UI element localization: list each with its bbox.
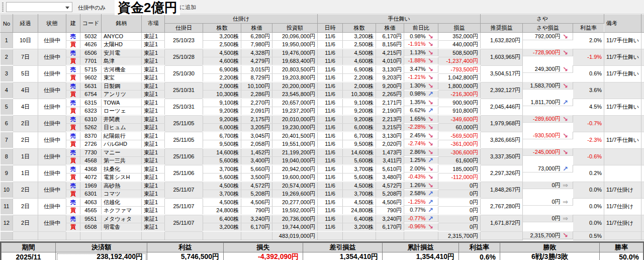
value: 249,300円: [535, 65, 561, 73]
cell-rate: 0.0%: [573, 182, 604, 198]
cell-side: 売: [66, 215, 80, 223]
cell-change: -1.88%↘: [404, 57, 438, 65]
cell-reco: [481, 231, 523, 240]
cell-exit-price: 3,130円: [376, 65, 404, 74]
summary-settled[interactable]: 238,192,400円: [56, 252, 147, 260]
table-row[interactable]: 54日仕掛中売6315TOWA東証125/10/319,100株2,270円20…: [1, 99, 644, 107]
header-side: 建: [66, 15, 80, 33]
cell-reco: 3,826,665円: [481, 132, 523, 148]
cell-no: 12: [1, 215, 13, 231]
cell-change: 1.30%↘: [404, 82, 438, 90]
cell-price: 7,980円: [241, 41, 272, 49]
value: -930,500円: [533, 132, 560, 139]
down-arrow-icon: ↘: [561, 82, 571, 90]
summary-table: 期間 決済額 利益 損失 差引損益 累計損益 利益率 勝敗 勝率 2025/11…: [1, 242, 643, 260]
table-row[interactable]: 44日仕掛中売5631日製鋼東証125/10/312,000株10,100円20…: [1, 82, 644, 91]
table-row[interactable]: 買6301コマツ東証13,700株5,208円19,269,600円11/63,…: [1, 190, 644, 199]
cell-market: 東証1: [142, 140, 165, 149]
cell-code: 6315: [80, 99, 102, 107]
cell-exit-qty: 3,200株: [343, 33, 376, 41]
value: 0円: [551, 198, 560, 206]
cell-entry-date: 25/10/31: [165, 99, 203, 115]
header-remark: 備考: [604, 15, 641, 33]
cell-status: 仕掛中: [38, 82, 66, 99]
cell-stub: [641, 182, 644, 198]
cell-pl: 1,800,000円: [438, 82, 481, 91]
table-row[interactable]: 買9602東宝東証12,200株8,729円19,203,800円11/62,2…: [1, 74, 644, 82]
down-arrow-icon: ↘: [426, 33, 436, 40]
cell-code: 4063: [80, 198, 102, 207]
cell-no: 4: [1, 82, 13, 99]
table-row[interactable]: 買6754アンリツ東証110,300株2,286円23,545,800円11/6…: [1, 91, 644, 99]
table-row[interactable]: 買4072電算シスH東証15,600株3,500円19,600,000円11/6…: [1, 174, 644, 182]
table-row[interactable]: 買2726パルGHD東証19,500株2,058円19,551,000円11/6…: [1, 140, 644, 149]
down-arrow-icon: ↘: [426, 223, 436, 230]
cell-amount: 20,200,000円: [272, 82, 318, 91]
cell-status: 仕掛中: [38, 215, 66, 231]
cell-status: 仕掛中: [38, 148, 66, 165]
cell-exit-price: 1,473円: [376, 148, 404, 157]
cell-side: 売: [66, 65, 80, 74]
value: 73,000円: [538, 165, 561, 172]
table-row[interactable]: 91日仕掛中売4368扶桑化東証125/11/063,700株5,660円20,…: [1, 165, 644, 174]
table-row[interactable]: 72日仕掛中売8370紀陽銀行東証125/11/056,700株3,045円20…: [1, 132, 644, 140]
cell-qty: 6,900株: [203, 65, 241, 74]
table-row[interactable]: 買4568第一三共東証15,600株3,400円19,040,000円11/65…: [1, 157, 644, 165]
cell-side: 売: [66, 82, 80, 91]
cell-market: 東証1: [142, 65, 165, 74]
cell-amount: 20,277,000円: [272, 198, 318, 207]
cell-rate: 2.0%: [573, 33, 604, 49]
table-row[interactable]: 112日仕掛中売4063信越化東証125/11/074,500株4,506円20…: [1, 198, 644, 207]
cell-remark: [604, 165, 641, 182]
cell-exit-price: 4,506円: [376, 198, 404, 207]
cell-name: アンリツ: [102, 91, 142, 99]
table-row[interactable]: 買4565ネクファマ東証124,800株790円19,592,000円11/62…: [1, 207, 644, 215]
header-rate: 利益率: [573, 24, 604, 33]
table-row[interactable]: 102日仕掛中売1969高砂熱東証125/11/074,500株4,572円20…: [1, 182, 644, 190]
cell-qty: 2,000株: [203, 82, 241, 91]
table-row[interactable]: 買6508明電舎東証13,200株6,170円19,744,000円11/63,…: [1, 223, 644, 232]
cell-exit-price: 2,171円: [376, 99, 404, 107]
table-row[interactable]: 62日仕掛中売6310井関農東証125/11/059,200株2,175円20,…: [1, 115, 644, 124]
cell-pl: 0円: [438, 223, 481, 232]
cell-no: 8: [1, 148, 13, 165]
table-row[interactable]: 買5262日ヒュム東証16,000株3,205円19,230,000円11/66…: [1, 124, 644, 132]
cell-entry-date: 25/10/30: [165, 65, 203, 82]
table-row[interactable]: 110日仕掛中売5032ANYCO東証125/10/233,200株6,280円…: [1, 33, 644, 41]
table-row[interactable]: 買4626太陽HD東証12,500株7,980円19,950,000円11/62…: [1, 41, 644, 49]
cell-saya: -289,600円↘: [523, 115, 573, 123]
value: -289,600円: [533, 115, 560, 123]
table-row[interactable]: 35日仕掛中売5715古河機金東証125/10/306,900株3,015円20…: [1, 65, 644, 74]
down-arrow-icon: ↘: [561, 231, 571, 239]
cell-amount: 19,744,000円: [272, 223, 318, 232]
cell-market: 東証1: [142, 74, 165, 82]
summary-row: 2025/11238,192,400円5,746,500円-4,392,090円…: [2, 252, 643, 260]
table-row[interactable]: 81日仕掛中売7730マニー東証125/11/0614,600株1,452円21…: [1, 148, 644, 157]
value: 1.30%: [410, 82, 425, 90]
filter-toggle[interactable]: 仕掛中のみ: [78, 4, 106, 12]
table-row[interactable]: 27日仕掛中売6506安川電東証125/10/284,500株4,328円19,…: [1, 49, 644, 57]
cell-entry-date: 25/11/06: [165, 148, 203, 165]
cell-market: 東証1: [142, 223, 165, 232]
cell-side: 売: [66, 33, 80, 41]
cell-amount: 19,950,000円: [272, 41, 318, 49]
cell-saya: 1,811,700円↗: [523, 99, 573, 106]
table-row[interactable]: 買7701島津東証14,600株4,279円19,683,400円11/64,6…: [1, 57, 644, 66]
cell-market: 東証1: [142, 215, 165, 223]
table-row[interactable]: 買6323ローツェ東証19,200株2,091円19,237,200円11/69…: [1, 107, 644, 116]
cell-remark: 11/7手仕舞い: [604, 33, 641, 49]
add-button[interactable]: に追加: [179, 4, 196, 11]
cell-exit-date: 11/6: [318, 140, 343, 149]
table-row[interactable]: 122日仕掛中売9551メタウォタ東証125/11/076,400株3,240円…: [1, 215, 644, 223]
cell-change: -0.43%↘: [404, 174, 438, 181]
value: 2.45%: [410, 132, 425, 139]
toolbar-grip-handle[interactable]: [2, 3, 4, 12]
cell-qty: 5,600株: [203, 174, 241, 182]
cell-status: 仕掛中: [38, 49, 66, 65]
strategy-dropdown[interactable]: [6, 2, 72, 12]
cell-amount: 19,237,200円: [272, 107, 318, 116]
cell-pl: -569,500円: [438, 132, 481, 140]
cell-code: 6754: [80, 91, 102, 99]
cell-side: 売: [66, 148, 80, 157]
cell-change: -0.77%↗: [404, 215, 438, 222]
